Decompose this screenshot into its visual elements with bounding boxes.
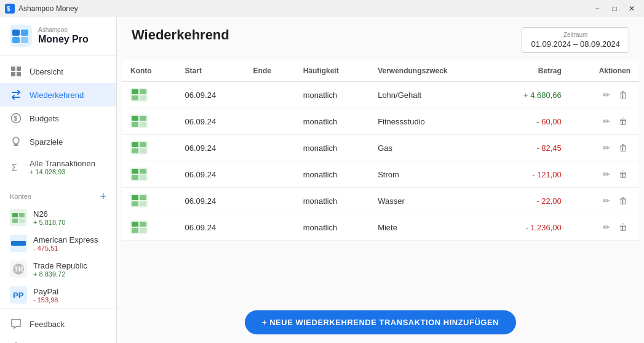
- cell-verwendungszweck-4: Wasser: [369, 188, 492, 214]
- cell-actions-2: ✏ 🗑: [570, 135, 639, 161]
- maximize-button[interactable]: □: [607, 2, 622, 15]
- delete-button-2[interactable]: 🗑: [616, 142, 630, 154]
- edit-button-3[interactable]: ✏: [600, 168, 613, 180]
- edit-button-2[interactable]: ✏: [600, 142, 613, 154]
- svg-rect-32: [140, 89, 146, 94]
- sidebar-label-feedback: Feedback: [30, 320, 65, 329]
- svg-text:$: $: [14, 115, 18, 122]
- account-row-icon: [130, 115, 148, 128]
- main-content: Wiederkehrend Zeitraum 01.09.2024 – 08.0…: [117, 17, 644, 343]
- n26-info: N26 + 5.818,70: [33, 209, 65, 226]
- sidebar-item-optionen[interactable]: Optionen: [0, 336, 116, 343]
- table-row: 06.09.24 monatlich Wasser - 22,00 ✏ 🗑: [122, 188, 639, 214]
- sidebar-bottom: Feedback Optionen ? Hilfe: [0, 308, 116, 343]
- account-item-trade[interactable]: TR Trade Republic + 8.839,72: [0, 256, 116, 282]
- table-row: 06.09.24 monatlich Lohn/Gehalt + 4.680,6…: [122, 82, 639, 108]
- delete-button-1[interactable]: 🗑: [616, 115, 630, 127]
- svg-rect-49: [140, 175, 146, 180]
- svg-rect-6: [21, 37, 28, 43]
- add-account-button[interactable]: +: [100, 191, 106, 202]
- cell-betrag-1: - 60,00: [492, 108, 570, 135]
- cell-verwendungszweck-0: Lohn/Gehalt: [369, 82, 492, 108]
- add-transaction-button[interactable]: + NEUE WIEDERKEHRENDE TRANSAKTION HINZUF…: [245, 310, 516, 334]
- cell-actions-0: ✏ 🗑: [570, 82, 639, 108]
- alle-transaktionen-balance: + 14.028,93: [30, 168, 95, 176]
- svg-rect-3: [12, 30, 20, 36]
- zeitraum-value: 01.09.2024 – 08.09.2024: [531, 39, 620, 49]
- account-row-icon: [130, 167, 148, 181]
- account-item-n26[interactable]: N26 + 5.818,70: [0, 204, 116, 230]
- col-ende: Ende: [245, 60, 295, 82]
- cell-verwendungszweck-5: Miete: [369, 214, 492, 241]
- n26-icon: [10, 209, 27, 226]
- close-button[interactable]: ✕: [624, 2, 639, 15]
- n26-name: N26: [33, 209, 65, 219]
- cell-haeufigkeit-4: monatlich: [295, 188, 370, 214]
- sidebar-item-sparziele[interactable]: Sparziele: [0, 130, 116, 153]
- sidebar-item-alle-transaktionen[interactable]: Σ Alle Transaktionen + 14.028,93: [0, 153, 116, 181]
- edit-button-4[interactable]: ✏: [600, 195, 613, 207]
- table-row: 06.09.24 monatlich Gas - 82,45 ✏ 🗑: [122, 135, 639, 161]
- svg-rect-5: [12, 37, 20, 43]
- cell-start-0: 06.09.24: [177, 82, 245, 108]
- trade-balance: + 8.839,72: [33, 270, 87, 278]
- paypal-info: PayPal - 153,98: [33, 287, 58, 304]
- amex-icon: [10, 235, 27, 252]
- sidebar-item-budgets[interactable]: $ Budgets: [0, 107, 116, 130]
- cell-actions-5: ✏ 🗑: [570, 214, 639, 241]
- sidebar-header: Ashampoo Money Pro: [0, 17, 116, 56]
- col-start: Start: [177, 60, 245, 82]
- svg-rect-21: [11, 241, 26, 246]
- cell-start-5: 06.09.24: [177, 214, 245, 241]
- svg-rect-17: [19, 213, 25, 217]
- sidebar-item-uebersicht[interactable]: Übersicht: [0, 60, 116, 83]
- cell-verwendungszweck-3: Strom: [369, 161, 492, 188]
- main-header: Wiederkehrend Zeitraum 01.09.2024 – 08.0…: [117, 17, 644, 60]
- cell-betrag-2: - 82,45: [492, 135, 570, 161]
- svg-rect-59: [140, 228, 146, 233]
- delete-button-5[interactable]: 🗑: [616, 221, 630, 233]
- sidebar-item-feedback[interactable]: Feedback: [0, 312, 116, 336]
- delete-button-0[interactable]: 🗑: [616, 89, 630, 101]
- cell-haeufigkeit-0: monatlich: [295, 82, 370, 108]
- sidebar-item-wiederkehrend[interactable]: Wiederkehrend: [0, 83, 116, 107]
- cell-start-3: 06.09.24: [177, 161, 245, 188]
- minimize-button[interactable]: −: [590, 2, 605, 15]
- cell-ende-0: [245, 82, 295, 108]
- table-row: 06.09.24 monatlich Strom - 121,00 ✏ 🗑: [122, 161, 639, 188]
- table-row: 06.09.24 monatlich Miete - 1.236,00 ✏ 🗑: [122, 214, 639, 241]
- cell-betrag-0: + 4.680,66: [492, 82, 570, 108]
- svg-rect-37: [140, 116, 146, 121]
- repeat-icon: [10, 89, 22, 101]
- svg-rect-54: [140, 201, 146, 206]
- svg-rect-38: [132, 122, 138, 127]
- col-haeufigkeit: Häufigkeit: [295, 60, 370, 82]
- app-logo: [10, 25, 32, 47]
- cell-ende-1: [245, 108, 295, 135]
- col-konto: Konto: [122, 60, 177, 82]
- account-item-paypal[interactable]: PP PayPal - 153,98: [0, 282, 116, 308]
- titlebar-controls: − □ ✕: [590, 2, 639, 15]
- col-betrag: Betrag: [492, 60, 570, 82]
- edit-button-5[interactable]: ✏: [600, 221, 613, 233]
- cell-konto-3: [122, 161, 177, 188]
- delete-button-3[interactable]: 🗑: [616, 168, 630, 180]
- edit-button-1[interactable]: ✏: [600, 115, 613, 127]
- sidebar: Ashampoo Money Pro Übersicht: [0, 17, 117, 343]
- svg-rect-8: [17, 67, 21, 71]
- cell-verwendungszweck-2: Gas: [369, 135, 492, 161]
- svg-rect-33: [132, 95, 138, 100]
- svg-rect-36: [132, 116, 138, 121]
- account-item-amex[interactable]: American Express - 475,51: [0, 230, 116, 256]
- paypal-name: PayPal: [33, 287, 58, 296]
- zeitraum-label: Zeitraum: [531, 31, 620, 38]
- delete-button-4[interactable]: 🗑: [616, 195, 630, 207]
- cell-haeufigkeit-5: monatlich: [295, 214, 370, 241]
- sidebar-nav: Übersicht Wiederkehrend $: [0, 56, 116, 185]
- svg-rect-52: [140, 195, 146, 200]
- edit-button-0[interactable]: ✏: [600, 89, 613, 101]
- svg-rect-39: [140, 122, 146, 127]
- titlebar-title: $ Ashampoo Money: [5, 4, 78, 14]
- svg-rect-41: [132, 142, 138, 147]
- amex-name: American Express: [33, 235, 98, 244]
